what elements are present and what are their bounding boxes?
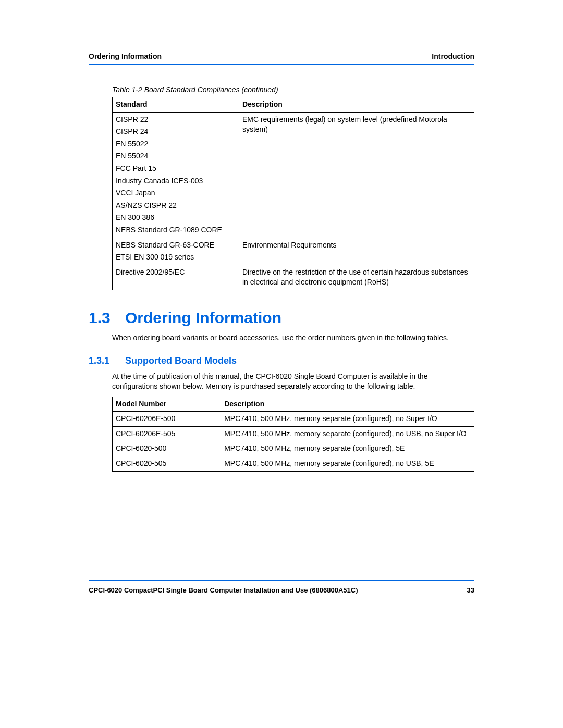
subsection-number: 1.3.1 — [89, 355, 125, 366]
std-item: ETSI EN 300 019 series — [116, 252, 236, 263]
std-item: NEBS Standard GR-1089 CORE — [116, 225, 236, 236]
subsection-title: Supported Board Models — [125, 355, 237, 366]
cell-description: Directive on the restriction of the use … — [239, 265, 474, 290]
std-item: CISPR 22 — [116, 115, 236, 125]
table-row: CPCI-6020-500 MPC7410, 500 MHz, memory s… — [113, 441, 474, 456]
std-item: NEBS Standard GR-63-CORE — [116, 240, 236, 251]
cell-description: Environmental Requirements — [239, 238, 474, 265]
cell-description: EMC requirements (legal) on system level… — [239, 112, 474, 238]
std-item: AS/NZS CISPR 22 — [116, 201, 236, 211]
footer-left: CPCI-6020 CompactPCI Single Board Comput… — [89, 586, 358, 594]
table-row: NEBS Standard GR-63-CORE ETSI EN 300 019… — [113, 238, 474, 265]
table-row: CPCI-6020-505 MPC7410, 500 MHz, memory s… — [113, 456, 474, 471]
table-models: Model Number Description CPCI-60206E-500… — [112, 397, 474, 472]
std-item: CISPR 24 — [116, 127, 236, 137]
std-item: EN 55024 — [116, 151, 236, 162]
th-model: Model Number — [113, 397, 221, 412]
table-header-row: Standard Description — [113, 97, 474, 113]
th-description: Description — [221, 397, 474, 412]
std-item: VCCI Japan — [116, 188, 236, 199]
table-row: CPCI-60206E-505 MPC7410, 500 MHz, memory… — [113, 426, 474, 441]
cell-description: MPC7410, 500 MHz, memory separate (confi… — [221, 412, 474, 427]
table-header-row: Model Number Description — [113, 397, 474, 412]
cell-standards: Directive 2002/95/EC — [113, 265, 239, 290]
section-heading: 1.3Ordering Information — [89, 309, 474, 327]
cell-standards: CISPR 22 CISPR 24 EN 55022 EN 55024 FCC … — [113, 112, 239, 238]
header-right: Introduction — [432, 52, 474, 60]
header-rule — [89, 64, 474, 65]
cell-model: CPCI-6020-505 — [113, 456, 221, 471]
std-item: EN 300 386 — [116, 213, 236, 223]
cell-standards: NEBS Standard GR-63-CORE ETSI EN 300 019… — [113, 238, 239, 265]
table-caption-compliances: Table 1-2 Board Standard Compliances (co… — [112, 85, 474, 94]
th-description: Description — [239, 97, 474, 113]
cell-model: CPCI-60206E-500 — [113, 412, 221, 427]
page-header: Ordering Information Introduction — [89, 52, 474, 60]
subsection-intro: At the time of publication of this manua… — [112, 372, 474, 391]
page-number: 33 — [467, 586, 474, 594]
std-item: EN 55022 — [116, 139, 236, 150]
cell-description: MPC7410, 500 MHz, memory separate (confi… — [221, 441, 474, 456]
section-title: Ordering Information — [125, 309, 282, 326]
cell-description: MPC7410, 500 MHz, memory separate (confi… — [221, 426, 474, 441]
th-standard: Standard — [113, 97, 239, 113]
section-intro: When ordering board variants or board ac… — [112, 333, 474, 343]
cell-model: CPCI-6020-500 — [113, 441, 221, 456]
std-item: FCC Part 15 — [116, 164, 236, 174]
std-item: Industry Canada ICES-003 — [116, 176, 236, 187]
cell-description: MPC7410, 500 MHz, memory separate (confi… — [221, 456, 474, 471]
table-compliances: Standard Description CISPR 22 CISPR 24 E… — [112, 97, 474, 290]
std-item: Directive 2002/95/EC — [116, 267, 236, 278]
footer-rule — [89, 580, 474, 581]
table-row: CPCI-60206E-500 MPC7410, 500 MHz, memory… — [113, 412, 474, 427]
subsection-heading: 1.3.1Supported Board Models — [89, 355, 474, 366]
table-row: CISPR 22 CISPR 24 EN 55022 EN 55024 FCC … — [113, 112, 474, 238]
section-number: 1.3 — [89, 309, 125, 327]
cell-model: CPCI-60206E-505 — [113, 426, 221, 441]
page-footer: CPCI-6020 CompactPCI Single Board Comput… — [89, 580, 474, 594]
table-row: Directive 2002/95/EC Directive on the re… — [113, 265, 474, 290]
header-left: Ordering Information — [89, 52, 162, 60]
page: Ordering Information Introduction Table … — [0, 0, 563, 625]
